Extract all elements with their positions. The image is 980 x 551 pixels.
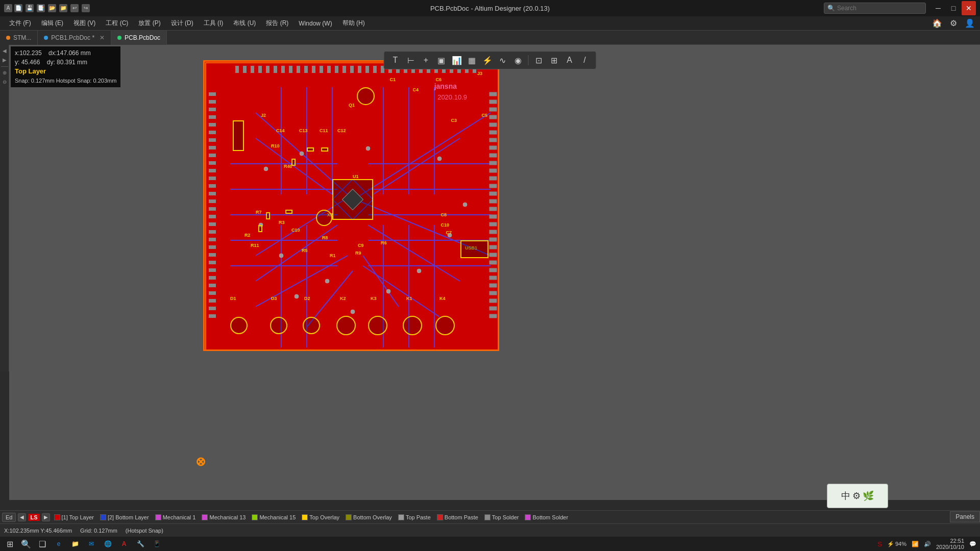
tool-line[interactable]: / bbox=[578, 53, 592, 67]
tool-copper[interactable]: ⚡ bbox=[480, 53, 495, 67]
settings-icon[interactable]: ⚙ bbox=[947, 17, 960, 30]
menu-route[interactable]: 布线 (U) bbox=[228, 17, 261, 30]
menu-file[interactable]: 文件 (F) bbox=[4, 17, 36, 30]
tool-crosshair[interactable]: + bbox=[419, 53, 433, 67]
clock[interactable]: 22:51 2020/10/10 bbox=[935, 538, 966, 550]
altium-tray-icon[interactable]: S bbox=[876, 540, 884, 548]
close-button[interactable]: ✕ bbox=[962, 1, 976, 15]
layer-mech1[interactable]: Mechanical 1 bbox=[153, 513, 198, 521]
home-icon[interactable]: 🏠 bbox=[931, 17, 943, 30]
comp-r2-body bbox=[258, 225, 262, 232]
menu-view[interactable]: 视图 (V) bbox=[68, 17, 101, 30]
edit-mode-button[interactable]: Ed bbox=[2, 513, 16, 522]
tool-designrule[interactable]: ⊡ bbox=[532, 53, 546, 67]
menu-place[interactable]: 放置 (P) bbox=[133, 17, 165, 30]
layer-prev-button[interactable]: ◀ bbox=[18, 513, 26, 521]
tool-array[interactable]: ▦ bbox=[465, 53, 479, 67]
panel-btn-1[interactable]: ◀ bbox=[1, 47, 9, 55]
comp-k2-body bbox=[336, 316, 356, 335]
menu-help[interactable]: 帮助 (H) bbox=[337, 17, 370, 30]
tool-measure[interactable]: A bbox=[562, 53, 577, 67]
open2-icon[interactable]: 📁 bbox=[59, 4, 67, 12]
open-icon[interactable]: 📂 bbox=[48, 4, 56, 12]
svg-rect-109 bbox=[342, 66, 346, 73]
search-input[interactable] bbox=[837, 5, 922, 12]
search-box[interactable]: 🔍 bbox=[824, 3, 926, 14]
tool-interactive-route[interactable]: ⊢ bbox=[404, 53, 418, 67]
notification-icon[interactable]: 💬 bbox=[968, 541, 978, 547]
taskbar-app3[interactable]: 🔧 bbox=[133, 537, 148, 550]
svg-rect-100 bbox=[274, 66, 277, 73]
taskbar-altium[interactable]: A bbox=[116, 537, 132, 550]
menu-design[interactable]: 设计 (D) bbox=[166, 17, 199, 30]
layer-mech13[interactable]: Mechanical 13 bbox=[200, 513, 248, 521]
tool-chart[interactable]: 📊 bbox=[450, 53, 464, 67]
snap-info: Snap: 0.127mm Hotspot Snap: 0.203mm bbox=[15, 76, 116, 85]
taskbar-app1[interactable]: 🌐 bbox=[100, 537, 115, 550]
panel-btn-3[interactable]: ⊕ bbox=[1, 69, 9, 77]
svg-rect-82 bbox=[209, 222, 216, 226]
menu-project[interactable]: 工程 (C) bbox=[101, 17, 133, 30]
tab-pcb1[interactable]: PCB1.PcbDoc * ✕ bbox=[38, 31, 111, 45]
layer-bottom-overlay[interactable]: Bottom Overlay bbox=[344, 513, 394, 521]
layer-top-paste[interactable]: Top Paste bbox=[396, 513, 433, 521]
task-view-button[interactable]: ❑ bbox=[35, 537, 50, 550]
tab-stm[interactable]: STM... bbox=[0, 31, 38, 45]
account-icon[interactable]: 👤 bbox=[964, 17, 976, 30]
coord-x: x:102.235 bbox=[15, 49, 42, 57]
svg-rect-113 bbox=[373, 66, 377, 73]
network-icon[interactable]: 📶 bbox=[910, 541, 920, 547]
menu-window[interactable]: Window (W) bbox=[293, 18, 337, 29]
layer-bottom-solder[interactable]: Bottom Solder bbox=[523, 513, 570, 521]
volume-icon[interactable]: 🔊 bbox=[922, 541, 933, 547]
layer-mech15[interactable]: Mechanical 15 bbox=[250, 513, 298, 521]
menu-tools[interactable]: 工具 (I) bbox=[199, 17, 229, 30]
layer-top[interactable]: [1] Top Layer bbox=[52, 513, 96, 521]
taskbar-edge[interactable]: e bbox=[51, 537, 66, 550]
tool-3d[interactable]: ⊞ bbox=[547, 53, 561, 67]
taskbar-app4[interactable]: 📱 bbox=[149, 537, 164, 550]
taskbar-mail[interactable]: ✉ bbox=[84, 537, 99, 550]
svg-rect-87 bbox=[209, 261, 216, 264]
menu-edit[interactable]: 编辑 (E) bbox=[36, 17, 68, 30]
panel-btn-4[interactable]: ⊖ bbox=[1, 78, 9, 86]
ls-indicator[interactable]: LS bbox=[28, 514, 39, 521]
panels-button[interactable]: Panels bbox=[950, 511, 980, 522]
tab-pcb[interactable]: PCB.PcbDoc bbox=[111, 31, 167, 45]
save-all-icon[interactable]: 📑 bbox=[37, 4, 45, 12]
ime-indicator[interactable]: 中 ⚙ 🌿 bbox=[827, 484, 888, 508]
pcb-board[interactable]: J3 C6 C4 C1 jansna 2020.10.9 C5 C3 C14 C… bbox=[203, 60, 499, 351]
start-button[interactable]: ⊞ bbox=[2, 537, 17, 550]
redo-icon[interactable]: ↪ bbox=[82, 4, 90, 12]
tool-text[interactable]: T bbox=[388, 53, 403, 67]
undo-icon[interactable]: ↩ bbox=[70, 4, 79, 12]
app4-icon: 📱 bbox=[153, 540, 161, 547]
maximize-button[interactable]: □ bbox=[946, 1, 961, 15]
tool-arc[interactable]: ∿ bbox=[496, 53, 510, 67]
svg-rect-104 bbox=[304, 66, 308, 73]
new-icon[interactable]: 📄 bbox=[14, 4, 22, 12]
search-button[interactable]: 🔍 bbox=[18, 537, 34, 550]
layer-top-solder[interactable]: Top Solder bbox=[482, 513, 521, 521]
pcb-canvas[interactable]: J3 C6 C4 C1 jansna 2020.10.9 C5 C3 C14 C… bbox=[9, 45, 980, 500]
layer-next-button[interactable]: ▶ bbox=[42, 513, 50, 521]
taskbar-explorer[interactable]: 📁 bbox=[67, 537, 83, 550]
svg-rect-71 bbox=[209, 138, 216, 142]
tab-pcb1-close[interactable]: ✕ bbox=[100, 34, 105, 41]
tool-select[interactable]: ▣ bbox=[434, 53, 449, 67]
battery-indicator[interactable]: ⚡ 94% bbox=[886, 541, 908, 547]
layer-bottom-solder-color bbox=[525, 514, 531, 520]
save-icon[interactable]: 💾 bbox=[26, 4, 34, 12]
menu-report[interactable]: 报告 (R) bbox=[261, 17, 293, 30]
svg-rect-84 bbox=[209, 238, 216, 241]
panel-btn-2[interactable]: ▶ bbox=[1, 56, 9, 64]
svg-rect-99 bbox=[266, 66, 270, 73]
svg-point-131 bbox=[463, 203, 467, 207]
minimize-button[interactable]: ─ bbox=[931, 1, 945, 15]
comp-u1-body bbox=[332, 179, 373, 220]
layer-top-overlay[interactable]: Top Overlay bbox=[300, 513, 341, 521]
tool-probe[interactable]: ◉ bbox=[511, 53, 525, 67]
layer-bottom[interactable]: [2] Bottom Layer bbox=[98, 513, 151, 521]
svg-rect-68 bbox=[209, 115, 216, 119]
layer-bottom-paste[interactable]: Bottom Paste bbox=[435, 513, 480, 521]
